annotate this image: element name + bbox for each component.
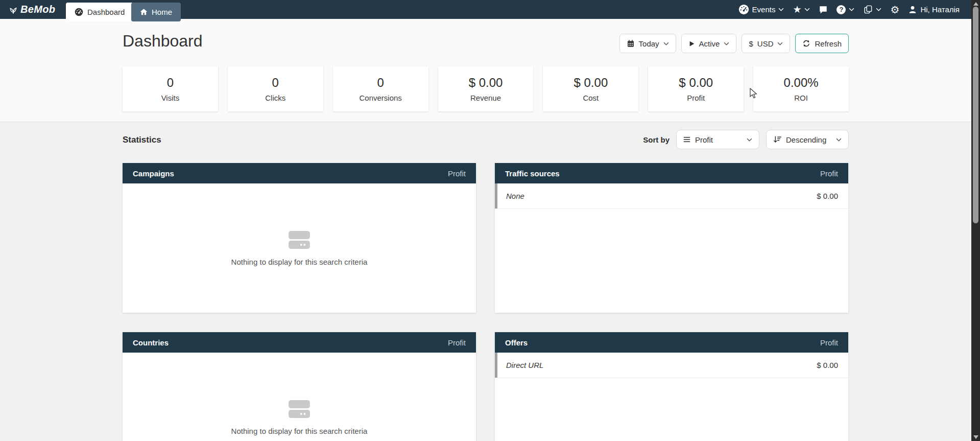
- row-value: $ 0.00: [817, 361, 838, 369]
- stat-card-conversions[interactable]: 0 Conversions: [333, 66, 428, 111]
- tab-home-label: Home: [152, 8, 172, 16]
- stat-label: Visits: [161, 94, 180, 102]
- stat-label: Revenue: [470, 94, 501, 102]
- stat-cards-row: 0 Visits 0 Clicks 0 Conversions $ 0.00 R…: [123, 66, 849, 111]
- empty-state: Nothing to display for this search crite…: [123, 183, 476, 313]
- play-icon: [688, 40, 695, 47]
- panel-metric-label: Profit: [820, 338, 838, 347]
- events-label: Events: [752, 5, 776, 14]
- chevron-down-icon: [747, 138, 752, 142]
- chevron-down-icon: [804, 8, 810, 11]
- star-icon: ★: [793, 5, 801, 14]
- sort-by-label: Sort by: [643, 135, 670, 144]
- user-greeting: Hi, Наталія: [920, 5, 960, 14]
- empty-data-icon: [288, 230, 311, 250]
- empty-state-text: Nothing to display for this search crite…: [231, 427, 368, 435]
- stat-label: Conversions: [359, 94, 401, 102]
- bemob-leaf-icon: [8, 5, 18, 15]
- events-menu[interactable]: Events: [738, 4, 784, 15]
- scroll-up-arrow[interactable]: [973, 2, 978, 6]
- sort-descending-icon: [773, 135, 781, 144]
- panel-metric-label: Profit: [448, 169, 466, 178]
- chevron-down-icon: [836, 138, 842, 142]
- stat-label: ROI: [794, 94, 808, 102]
- dashboard-gauge-icon: [75, 8, 83, 16]
- panel-header: Campaigns Profit: [123, 163, 476, 183]
- top-navbar: BeMob Dashboard Home: [0, 0, 980, 19]
- empty-state: Nothing to display for this search crite…: [123, 353, 476, 441]
- panel-title: Traffic sources: [505, 169, 560, 178]
- page-title: Dashboard: [123, 32, 203, 51]
- help-menu[interactable]: ?: [836, 5, 854, 14]
- table-row[interactable]: None $ 0.00: [495, 183, 848, 209]
- panel-title: Countries: [133, 338, 169, 347]
- stat-label: Profit: [687, 94, 705, 102]
- stat-card-clicks[interactable]: 0 Clicks: [228, 66, 323, 111]
- list-icon: [683, 136, 690, 143]
- panel-header: Traffic sources Profit: [495, 163, 848, 183]
- empty-data-icon: [288, 400, 311, 419]
- empty-state-text: Nothing to display for this search crite…: [231, 258, 368, 266]
- row-value: $ 0.00: [817, 192, 838, 200]
- panel-offers: Offers Profit Direct URL $ 0.00: [495, 332, 848, 441]
- panel-metric-label: Profit: [448, 338, 466, 347]
- panel-header: Offers Profit: [495, 332, 848, 353]
- sort-controls: Sort by Profit Descending: [643, 130, 849, 149]
- stat-card-cost[interactable]: $ 0.00 Cost: [543, 66, 638, 111]
- stat-card-visits[interactable]: 0 Visits: [123, 66, 218, 111]
- sort-direction-select[interactable]: Descending: [766, 130, 849, 149]
- status-filter-button[interactable]: Active: [681, 34, 737, 53]
- panel-header: Countries Profit: [123, 332, 476, 353]
- panel-traffic-sources: Traffic sources Profit None $ 0.00: [495, 163, 848, 313]
- stat-value: $ 0.00: [679, 76, 713, 90]
- favorites-menu[interactable]: ★: [793, 5, 810, 14]
- chevron-down-icon: [663, 42, 669, 45]
- scroll-down-arrow[interactable]: [973, 435, 978, 439]
- stat-value: 0.00%: [784, 76, 819, 90]
- tab-home[interactable]: Home: [131, 3, 181, 21]
- gear-icon: ⚙: [890, 5, 899, 15]
- currency-filter-button[interactable]: $ USD: [742, 34, 790, 53]
- stack-icon: [863, 5, 873, 14]
- panel-title: Offers: [505, 338, 528, 347]
- vertical-scrollbar[interactable]: [971, 0, 980, 441]
- panel-title: Campaigns: [133, 169, 174, 178]
- mouse-cursor: [750, 88, 757, 101]
- brand-text: BeMob: [20, 4, 55, 15]
- stat-label: Cost: [583, 94, 599, 102]
- panel-metric-label: Profit: [820, 169, 838, 178]
- calendar-icon: [627, 39, 635, 48]
- stat-value: 0: [167, 76, 174, 90]
- question-icon: ?: [836, 5, 846, 14]
- workspace-menu[interactable]: [863, 5, 881, 14]
- stat-card-profit[interactable]: $ 0.00 Profit: [648, 66, 744, 111]
- refresh-button[interactable]: Refresh: [795, 34, 849, 53]
- statistics-panels: Campaigns Profit Nothing to display for …: [123, 163, 848, 441]
- panel-campaigns: Campaigns Profit Nothing to display for …: [123, 163, 476, 313]
- date-range-button[interactable]: Today: [619, 34, 676, 53]
- sort-field-select[interactable]: Profit: [676, 130, 759, 149]
- stat-label: Clicks: [265, 94, 285, 102]
- events-gauge-icon: [738, 4, 749, 15]
- stat-value: 0: [272, 76, 279, 90]
- panel-countries: Countries Profit Nothing to display for …: [123, 332, 476, 441]
- refresh-label: Refresh: [815, 39, 842, 48]
- row-name: None: [506, 192, 524, 200]
- feedback-button[interactable]: [819, 5, 828, 14]
- stat-card-roi[interactable]: 0.00% ROI: [753, 66, 849, 111]
- sort-direction-value: Descending: [786, 135, 826, 144]
- row-name: Direct URL: [506, 361, 543, 369]
- chat-bubble-icon: [819, 5, 828, 14]
- stat-value: $ 0.00: [574, 76, 608, 90]
- chevron-down-icon: [849, 8, 854, 11]
- bemob-logo[interactable]: BeMob: [8, 3, 55, 16]
- table-row[interactable]: Direct URL $ 0.00: [495, 353, 848, 378]
- tab-dashboard[interactable]: Dashboard: [66, 3, 133, 21]
- chevron-down-icon: [876, 8, 881, 11]
- currency-filter-label: USD: [757, 39, 774, 48]
- settings-button[interactable]: ⚙: [890, 5, 899, 15]
- stat-card-revenue[interactable]: $ 0.00 Revenue: [438, 66, 534, 111]
- scrollbar-thumb[interactable]: [973, 7, 978, 223]
- statistics-heading: Statistics: [123, 135, 161, 145]
- user-menu[interactable]: Hi, Наталія: [908, 5, 960, 14]
